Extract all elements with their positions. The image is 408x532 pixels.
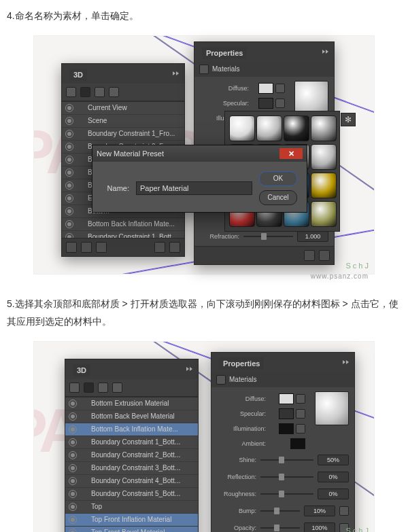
camera-icon[interactable] (96, 242, 107, 253)
visibility-icon[interactable] (65, 143, 73, 151)
filter-light-icon[interactable] (112, 383, 122, 393)
illum-swatch[interactable] (279, 423, 294, 434)
render-icon[interactable] (66, 242, 77, 253)
visibility-icon[interactable] (65, 104, 73, 112)
filter-scene-icon[interactable] (69, 383, 80, 393)
panel-3d-tab[interactable]: 3D (69, 69, 87, 81)
panel-3d-titlebar[interactable]: 3D (62, 64, 184, 84)
visibility-icon[interactable] (65, 181, 73, 190)
name-input[interactable] (136, 181, 252, 195)
visibility-icon[interactable] (65, 169, 73, 177)
diffuse-fold-icon[interactable] (296, 394, 305, 404)
new-material-dialog[interactable]: New Material Preset ✕ Name: OK Cancel (92, 145, 307, 213)
cancel-button[interactable]: Cancel (259, 190, 297, 205)
specular-fold-icon[interactable] (275, 99, 285, 108)
material-swatch[interactable] (311, 144, 337, 170)
bump-fold-icon[interactable] (339, 506, 349, 516)
ok-button[interactable]: OK (259, 171, 297, 186)
trash-icon[interactable] (319, 250, 330, 261)
panel-properties[interactable]: Properties Materials Diffuse: Specular: … (211, 352, 355, 532)
filter-scene-icon[interactable] (66, 87, 76, 97)
panel-3d-footer[interactable] (62, 238, 184, 256)
panel-prop-tab[interactable]: Properties (219, 357, 264, 370)
filter-material-icon[interactable] (98, 383, 108, 393)
visibility-icon[interactable] (65, 233, 73, 238)
panel-3d-tab[interactable]: 3D (73, 364, 90, 376)
diffuse-swatch[interactable] (279, 393, 294, 404)
ambient-swatch[interactable] (290, 438, 305, 449)
layer-item[interactable]: Boundary Constraint 1_Fro... (62, 128, 184, 141)
layer-item[interactable]: Top (65, 501, 198, 514)
reset-icon[interactable] (304, 250, 315, 261)
layer-item[interactable]: Top Front Inflation Material (65, 514, 198, 527)
visibility-icon[interactable] (69, 400, 77, 408)
layer-item[interactable]: Top Front Bevel Material (65, 527, 198, 532)
bump-slider[interactable]: Bump:10% (211, 503, 354, 520)
layer-item[interactable]: Boundary Constraint 3_Bott... (65, 462, 198, 475)
layer-item[interactable]: Bottom Back Bevel Material (65, 410, 198, 423)
close-icon[interactable]: ✕ (279, 148, 303, 159)
layer-item[interactable]: Boundary Constraint 5_Bott... (65, 488, 198, 501)
material-swatch[interactable] (229, 116, 255, 141)
layer-item[interactable]: Current View (62, 102, 184, 115)
panel-menu-icon[interactable] (342, 360, 349, 364)
layer-item[interactable]: Boundary Constraint 2_Bott... (65, 449, 198, 462)
panel-menu-icon[interactable] (186, 367, 192, 371)
shine-slider[interactable]: Shine:50% (211, 453, 354, 469)
layer-list[interactable]: Bottom Extrusion MaterialBottom Back Bev… (65, 397, 198, 532)
material-swatch[interactable] (311, 173, 337, 198)
visibility-icon[interactable] (69, 529, 77, 532)
material-swatch[interactable] (311, 116, 337, 141)
material-preview[interactable] (294, 81, 328, 115)
panel-menu-icon[interactable] (172, 71, 179, 75)
diffuse-swatch[interactable] (258, 83, 273, 94)
picker-gear-icon[interactable]: ✻ (341, 113, 356, 126)
layer-item[interactable]: Bottom Extrusion Material (65, 397, 198, 410)
panel-menu-icon[interactable] (322, 50, 328, 54)
material-preview[interactable] (315, 391, 349, 425)
visibility-icon[interactable] (65, 130, 73, 138)
visibility-icon[interactable] (65, 194, 73, 202)
material-swatch[interactable] (311, 201, 337, 227)
visibility-icon[interactable] (69, 412, 77, 421)
visibility-icon[interactable] (69, 464, 77, 472)
roughness-slider[interactable]: Roughness:0% (211, 486, 354, 503)
filter-mesh-icon[interactable] (80, 87, 90, 97)
filter-material-icon[interactable] (95, 87, 105, 97)
diffuse-fold-icon[interactable] (275, 84, 285, 93)
panel-prop-footer[interactable] (194, 246, 334, 264)
visibility-icon[interactable] (69, 451, 77, 459)
reflection-slider[interactable]: Reflection:0% (211, 469, 354, 486)
layer-item[interactable]: Boundary Constraint 1_Bott... (65, 436, 198, 449)
panel-3d-filterbar[interactable] (62, 84, 184, 101)
layer-item[interactable]: Scene (62, 115, 184, 128)
panel-prop-tab[interactable]: Properties (202, 47, 247, 59)
panel-3d[interactable]: 3D Bottom Extrusion MaterialBottom Back … (65, 359, 199, 532)
visibility-icon[interactable] (65, 156, 73, 164)
visibility-icon[interactable] (69, 477, 77, 485)
opacity-slider[interactable]: Opacity:100% (211, 520, 354, 532)
filter-light-icon[interactable] (109, 87, 119, 97)
visibility-icon[interactable] (65, 117, 73, 125)
trash-icon[interactable] (169, 242, 180, 253)
filter-mesh-icon[interactable] (84, 383, 94, 393)
specular-fold-icon[interactable] (296, 409, 305, 419)
layer-item[interactable]: Boundary Constraint 4_Bott... (65, 475, 198, 488)
visibility-icon[interactable] (69, 425, 77, 433)
visibility-icon[interactable] (69, 503, 77, 511)
specular-swatch[interactable] (279, 408, 294, 419)
illum-fold-icon[interactable] (296, 424, 305, 433)
panel-prop-titlebar[interactable]: Properties (194, 42, 334, 62)
layer-item[interactable]: Bottom Back Inflation Mate... (65, 423, 198, 436)
layer-item[interactable]: Boundary Constraint 1_Bott... (62, 231, 184, 238)
layer-item[interactable]: Bottom Back Inflation Mate... (62, 218, 184, 231)
visibility-icon[interactable] (69, 516, 77, 524)
visibility-icon[interactable] (65, 207, 73, 215)
light-icon[interactable] (81, 242, 92, 253)
visibility-icon[interactable] (69, 490, 77, 498)
specular-swatch[interactable] (258, 98, 273, 109)
visibility-icon[interactable] (65, 220, 73, 228)
visibility-icon[interactable] (69, 438, 77, 446)
dialog-titlebar[interactable]: New Material Preset ✕ (92, 145, 307, 162)
new-icon[interactable] (154, 242, 165, 253)
